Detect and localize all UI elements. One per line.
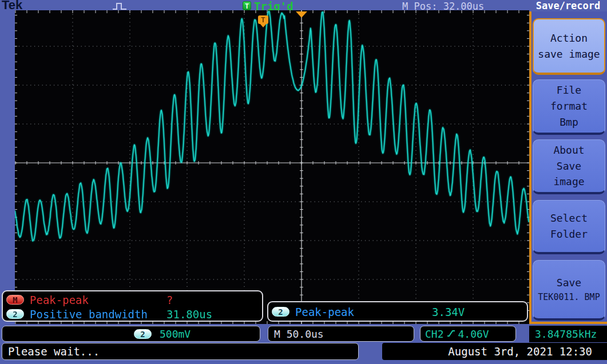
measurement-row: 2 Positive bandwidth 31.80us bbox=[6, 307, 259, 321]
oscilloscope-screen: Tek T Trig'd M Pos: 32.00us T M Peak-pea… bbox=[0, 0, 607, 364]
trigger-marker-t-badge: T bbox=[258, 15, 268, 24]
button-label: About bbox=[553, 142, 584, 158]
button-label: save image bbox=[538, 46, 600, 62]
measurement-value: 3.34V bbox=[432, 306, 465, 318]
button-label: Save bbox=[557, 158, 581, 174]
measurement-value: 31.80us bbox=[166, 308, 212, 321]
trigger-level-value: 4.06V bbox=[458, 328, 489, 340]
waveform-canvas bbox=[15, 10, 529, 324]
menu-frame-bottom bbox=[529, 322, 607, 324]
channel-2-badge: 2 bbox=[6, 309, 24, 319]
channel-scale-value: 500mV bbox=[160, 328, 191, 340]
button-label: Folder bbox=[550, 226, 588, 242]
measurement-label: Peak-peak bbox=[295, 306, 354, 318]
menu-button-file-format[interactable]: File format Bmp bbox=[533, 79, 605, 135]
math-channel-badge: M bbox=[6, 295, 24, 305]
button-label: File bbox=[557, 82, 581, 98]
button-filename: TEK0011. BMP bbox=[538, 290, 600, 304]
menu-button-select-folder[interactable]: Select Folder bbox=[533, 200, 605, 254]
datetime-value: August 3rd, 2021 12:30 bbox=[448, 345, 592, 358]
menu-frame-left bbox=[529, 11, 531, 324]
channel-scale-readout: 2 500mV bbox=[2, 326, 260, 342]
menu-button-action-save-image[interactable]: Action save image bbox=[533, 18, 605, 75]
rising-edge-icon bbox=[447, 328, 455, 340]
measurement-value: ? bbox=[166, 294, 173, 306]
button-label: format bbox=[550, 98, 588, 114]
measurement-box-2: 2 Peak-peak 3.34V bbox=[267, 301, 528, 322]
measurement-label: Peak-peak bbox=[30, 294, 89, 306]
timebase-readout: M 50.0us bbox=[268, 326, 414, 342]
frequency-counter: 3.84785kHz bbox=[529, 326, 607, 342]
menu-button-about-save-image[interactable]: About Save image bbox=[533, 139, 605, 194]
channel-2-badge: 2 bbox=[134, 329, 152, 339]
trigger-position-marker bbox=[296, 11, 307, 18]
menu-title: Save/record bbox=[529, 0, 607, 11]
measurement-box-1: M Peak-peak ? 2 Positive bandwidth 31.80… bbox=[2, 290, 263, 322]
trigger-status-icon: T bbox=[243, 1, 251, 10]
button-label: Bmp bbox=[560, 114, 578, 130]
measurement-row: 2 Peak-peak 3.34V bbox=[272, 305, 523, 319]
waveform-display bbox=[15, 10, 529, 324]
status-message-box: Please wait... bbox=[2, 343, 359, 360]
datetime-strip: August 3rd, 2021 12:30 bbox=[382, 343, 607, 360]
measurement-row: M Peak-peak ? bbox=[6, 293, 259, 307]
measurement-label: Positive bandwidth bbox=[30, 308, 148, 321]
status-message: Please wait... bbox=[8, 345, 100, 358]
button-label: image bbox=[553, 174, 584, 190]
trigger-source: CH2 bbox=[425, 328, 444, 340]
button-label: Action bbox=[550, 30, 588, 46]
frequency-value: 3.84785kHz bbox=[535, 328, 597, 340]
trigger-readout: CH2 4.06V bbox=[420, 326, 516, 342]
button-label: Select bbox=[550, 210, 588, 226]
timebase-value: M 50.0us bbox=[274, 328, 324, 340]
channel-2-badge: 2 bbox=[272, 307, 289, 317]
menu-button-save-file[interactable]: Save TEK0011. BMP bbox=[533, 260, 605, 321]
button-label: Save bbox=[557, 275, 581, 291]
